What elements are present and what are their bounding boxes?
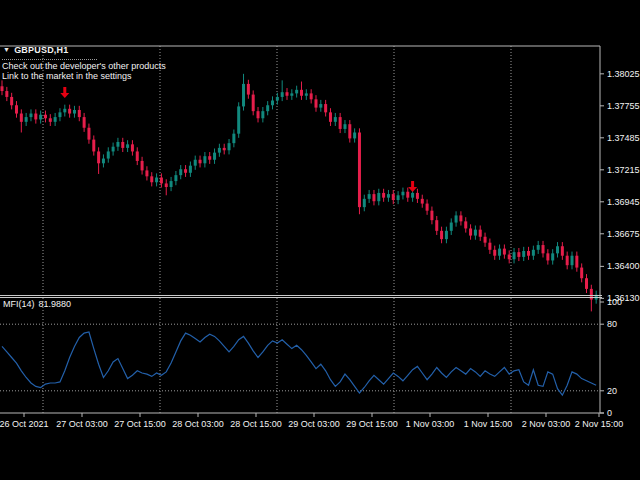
candle-body xyxy=(401,192,404,196)
candle-body xyxy=(87,128,90,140)
candle-body xyxy=(141,161,144,170)
candle-body xyxy=(5,91,8,97)
mfi-axis-label: 100 xyxy=(607,297,622,307)
candle-body xyxy=(517,252,520,257)
candle-body xyxy=(575,256,578,268)
time-axis-label: 2 Nov 03:00 xyxy=(522,419,571,429)
candle-body xyxy=(68,109,71,114)
mfi-axis-label: 20 xyxy=(607,386,617,396)
candle-body xyxy=(83,117,86,128)
candle-body xyxy=(257,111,260,118)
candle-body xyxy=(34,114,37,120)
candle-body xyxy=(334,117,337,122)
underline-dots xyxy=(2,58,97,60)
time-axis-label: 27 Oct 15:00 xyxy=(114,419,166,429)
candle-body xyxy=(319,104,322,108)
candle-body xyxy=(348,124,351,138)
candle-body xyxy=(368,194,371,199)
candle-body xyxy=(155,178,158,183)
candle-body xyxy=(25,117,28,122)
time-axis-label: 29 Oct 15:00 xyxy=(346,419,398,429)
candle-body xyxy=(44,115,47,119)
time-axis-label: 27 Oct 03:00 xyxy=(56,419,108,429)
candle-body xyxy=(440,231,443,239)
candle-body xyxy=(508,255,511,260)
candle-body xyxy=(358,132,361,207)
candle-body xyxy=(551,253,554,260)
candle-body xyxy=(372,194,375,201)
candle-body xyxy=(116,142,119,147)
candle-body xyxy=(377,193,380,201)
mfi-indicator-label-row: MFI(14)81.9880 xyxy=(3,299,75,309)
candle-body xyxy=(459,215,462,221)
candle-body xyxy=(184,169,187,173)
candle-body xyxy=(78,110,81,117)
promo-line-1: Check out the developer's other products xyxy=(2,61,166,71)
candle-body xyxy=(170,181,173,187)
candle-body xyxy=(421,199,424,204)
candle-body xyxy=(522,251,525,257)
symbol-label-row: ▼GBPUSD,H1 xyxy=(3,45,68,56)
candle-body xyxy=(450,223,453,231)
candle-body xyxy=(112,147,115,152)
candle-body xyxy=(513,252,516,259)
candle-body xyxy=(73,110,76,114)
price-axis-label: 1.38025 xyxy=(607,69,640,79)
candle-body xyxy=(15,105,18,113)
candle-body xyxy=(218,148,221,153)
candle-body xyxy=(271,101,274,106)
candle-body xyxy=(92,140,95,152)
candle-body xyxy=(363,199,366,207)
candle-body xyxy=(305,93,308,95)
candle-body xyxy=(493,250,496,256)
candle-body xyxy=(189,166,192,173)
candle-body xyxy=(343,124,346,129)
candle-body xyxy=(208,156,211,160)
candle-body xyxy=(503,249,506,255)
candle-body xyxy=(179,169,182,175)
candle-body xyxy=(310,93,313,99)
candle-body xyxy=(324,104,327,112)
candle-body xyxy=(479,230,482,237)
mfi-indicator-name: MFI(14) xyxy=(3,299,35,309)
candle-body xyxy=(160,178,163,184)
time-axis-label: 29 Oct 03:00 xyxy=(288,419,340,429)
candle-body xyxy=(387,194,390,198)
candle-body xyxy=(416,193,419,199)
candle-body xyxy=(290,93,293,95)
candle-body xyxy=(286,92,289,96)
candle-body xyxy=(488,243,491,250)
candle-body xyxy=(556,246,559,253)
candle-body xyxy=(54,117,57,122)
price-axis-label: 1.36675 xyxy=(607,229,640,239)
candle-body xyxy=(49,118,52,122)
candle-body xyxy=(464,221,467,228)
candle-body xyxy=(20,114,23,122)
candle-body xyxy=(145,170,148,176)
candle-body xyxy=(29,114,32,118)
candle-body xyxy=(252,95,255,112)
candle-body xyxy=(281,92,284,97)
sell-arrow-icon xyxy=(408,181,417,192)
candle-body xyxy=(561,246,564,255)
candle-body xyxy=(232,134,235,143)
candle-body xyxy=(571,256,574,265)
candle-body xyxy=(213,153,216,160)
candle-body xyxy=(537,245,540,250)
price-axis-label: 1.36945 xyxy=(607,197,640,207)
candle-body xyxy=(121,142,124,148)
candle-body xyxy=(580,268,583,279)
mfi-line xyxy=(2,332,596,395)
candle-body xyxy=(445,231,448,239)
candle-body xyxy=(329,112,332,121)
candle-body xyxy=(97,151,100,163)
candle-body xyxy=(165,183,168,187)
symbol-dropdown-icon[interactable]: ▼ xyxy=(3,45,10,55)
candle-body xyxy=(102,159,105,164)
promo-line-2: Link to the market in the settings xyxy=(2,71,132,81)
candle-body xyxy=(339,117,342,129)
candle-body xyxy=(39,115,42,120)
candle-body xyxy=(484,237,487,243)
candle-body xyxy=(392,194,395,200)
candle-body xyxy=(532,250,535,256)
